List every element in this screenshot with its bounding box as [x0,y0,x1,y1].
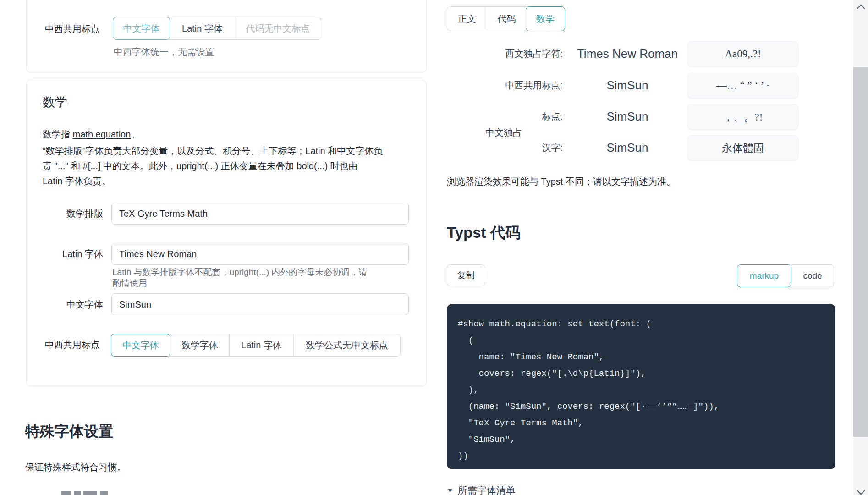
special-fonts-desc: 保证特殊样式符合习惯。 [25,461,126,473]
option-latin-font[interactable]: Latin 字体 [229,334,293,356]
option-math-font[interactable]: 数学字体 [170,334,229,356]
latin-font-input[interactable] [111,243,409,265]
code-mode-toggle: markup code [737,264,834,287]
option-latin-font[interactable]: Latin 字体 [170,17,235,39]
math-description: “数学排版”字体负责大部分变量，以及分式、积分号、上下标等；Latin 和中文字… [43,143,415,189]
math-settings-card: 数学 数学指 math.equation。 “数学排版”字体负责大部分变量，以及… [26,80,427,386]
mode-markup[interactable]: markup [737,264,791,287]
special-fonts-heading: 特殊字体设置 [25,422,113,442]
chinese-font-input[interactable] [111,293,409,315]
preview-row-sample: Aa09,.?! [687,41,798,67]
math-intro-prefix: 数学指 [43,129,73,139]
preview-row-font: SimSun [568,73,687,98]
tab-body-text[interactable]: 正文 [447,7,487,31]
punct-card-label: 中西共用标点 [45,22,100,35]
option-chinese-font[interactable]: 中文字体 [111,334,170,357]
math-equation-link[interactable]: math.equation [73,129,131,139]
render-disclaimer: 浏览器渲染效果可能与 Typst 不同；请以文字描述为准。 [447,176,676,188]
preview-scope-tabs: 正文 代码 数学 [447,6,565,31]
punct-card-helper: 中西字体统一，无需设置 [114,45,214,58]
math-punct-label: 中西共用标点 [45,338,100,351]
typst-code-text: #show math.equation: set text(font: ( ( … [458,316,824,464]
preview-row-label: 中西共用标点: [447,73,563,98]
font-list-disclosure[interactable]: ▼ 所需字体清单 [447,484,516,495]
field-label-chinese-font: 中文字体 [27,298,103,311]
preview-row-label: 西文独占字符: [447,41,563,66]
tab-math[interactable]: 数学 [526,6,565,31]
punct-settings-card: 中西共用标点 中文字体 Latin 字体 代码无中文标点 中西字体统一，无需设置 [26,0,427,72]
latin-font-note: Latin 与数学排版字体不配套，upright(...) 内外的字母未必协调，… [112,267,433,289]
preview-row-sample: —… “ ” ‘ ’ · [687,73,798,99]
preview-row-sample: 永体體固 [687,135,798,161]
typst-code-block: #show math.equation: set text(font: ( ( … [447,304,835,469]
preview-row-font: Times New Roman [568,41,687,66]
clipped-content [61,491,121,495]
punct-card-segmented: 中文字体 Latin 字体 代码无中文标点 [113,17,321,40]
typst-code-heading: Typst 代码 [447,223,521,243]
triangle-down-icon: ▼ [447,487,453,494]
option-formula-no-cn-punct[interactable]: 数学公式无中文标点 [293,334,400,356]
mode-code[interactable]: code [791,265,834,287]
preview-row-font: SimSun [568,135,687,160]
preview-row-font: SimSun [568,104,687,129]
preview-row-sample: ，、。?! [687,104,798,130]
field-label-math-typeset: 数学排版 [27,207,103,220]
font-list-label: 所需字体清单 [458,484,516,495]
scrollbar-thumb[interactable] [853,67,868,437]
preview-row-label: 标点: [447,104,563,129]
math-typeset-input[interactable] [111,203,409,225]
copy-button[interactable]: 复制 [447,264,485,286]
option-code-no-cn-punct[interactable]: 代码无中文标点 [235,17,321,39]
math-intro: 数学指 math.equation。 [43,127,140,142]
math-punct-segmented: 中文字体 数学字体 Latin 字体 数学公式无中文标点 [111,334,401,357]
math-intro-suffix: 。 [131,129,140,139]
page: 中西共用标点 中文字体 Latin 字体 代码无中文标点 中西字体统一，无需设置… [0,0,868,495]
tab-code[interactable]: 代码 [487,7,526,31]
preview-row-label: 汉字: [447,135,563,160]
math-card-title: 数学 [43,94,67,110]
option-chinese-font[interactable]: 中文字体 [113,17,170,40]
field-label-latin-font: Latin 字体 [27,248,103,260]
